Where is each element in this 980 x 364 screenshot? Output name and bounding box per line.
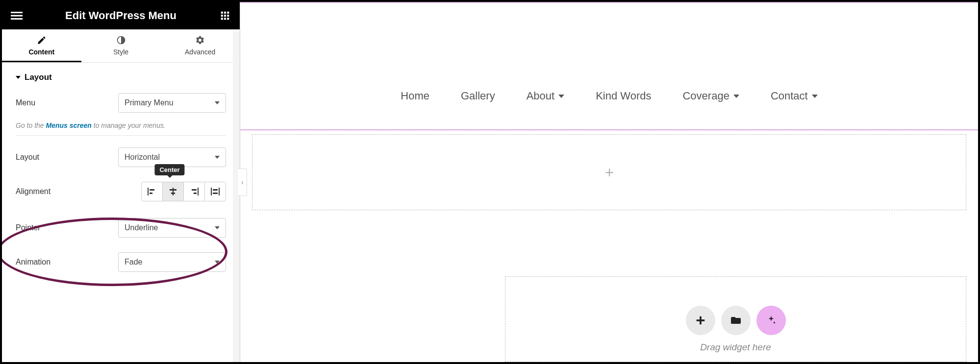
folder-button[interactable]	[721, 306, 751, 335]
chevron-down-icon	[733, 95, 739, 98]
select-value: Underline	[125, 223, 158, 232]
svg-rect-22	[211, 188, 212, 195]
nav-item-kind-words[interactable]: Kind Words	[596, 90, 651, 102]
select-value: Primary Menu	[125, 98, 174, 107]
align-justify-button[interactable]	[204, 182, 226, 201]
align-center-button[interactable]	[162, 182, 184, 201]
chevron-down-icon	[215, 101, 220, 104]
chevron-left-icon: ‹	[241, 178, 244, 186]
chevron-down-icon	[812, 95, 818, 98]
chevron-down-icon	[558, 95, 564, 98]
field-alignment: Alignment	[16, 182, 226, 201]
panel-title: Edit WordPress Menu	[25, 9, 216, 22]
pointer-select[interactable]: Underline	[118, 218, 226, 238]
editor-sidebar: Edit WordPress Menu Content Style Advanc…	[2, 2, 240, 362]
svg-rect-0	[11, 12, 23, 13]
svg-rect-21	[194, 193, 197, 194]
svg-rect-19	[198, 188, 199, 195]
svg-rect-5	[227, 12, 229, 14]
help-text: Go to the Menus screen to manage your me…	[16, 121, 226, 129]
align-center-icon	[169, 188, 177, 195]
plus-icon: ＋	[602, 162, 617, 182]
content-panel: Layout Menu Primary Menu Go to the Menus…	[2, 63, 240, 291]
sparkle-icon	[766, 315, 777, 326]
scrollbar-track[interactable]	[233, 31, 240, 362]
field-label: Pointer	[16, 223, 41, 232]
menus-screen-link[interactable]: Menus screen	[46, 121, 91, 129]
widget-drop-zone[interactable]: Drag widget here	[505, 276, 966, 362]
field-animation: Animation Fade	[16, 252, 226, 272]
svg-rect-24	[213, 189, 218, 191]
preview-canvas: Home Gallery About Kind Words Coverage C…	[240, 2, 978, 362]
tab-label: Content	[28, 48, 54, 56]
drop-hint: Drag widget here	[700, 342, 771, 353]
collapse-sidebar-handle[interactable]: ‹	[238, 169, 247, 196]
align-justify-icon	[211, 188, 220, 195]
field-label: Layout	[16, 153, 39, 162]
pencil-icon	[37, 35, 47, 45]
field-menu: Menu Primary Menu	[16, 93, 226, 113]
menu-select[interactable]: Primary Menu	[118, 93, 226, 113]
field-label: Menu	[16, 98, 35, 107]
svg-rect-27	[696, 319, 704, 321]
editor-topbar: Edit WordPress Menu	[2, 2, 240, 29]
svg-rect-4	[224, 12, 226, 14]
selected-widget[interactable]: Home Gallery About Kind Words Coverage C…	[240, 2, 978, 130]
nav-item-home[interactable]: Home	[401, 90, 429, 102]
chevron-down-icon	[215, 261, 220, 264]
nav-item-coverage[interactable]: Coverage	[682, 90, 739, 102]
svg-rect-23	[219, 188, 220, 195]
select-value: Fade	[125, 258, 142, 267]
gear-icon	[195, 35, 205, 45]
svg-rect-8	[227, 15, 229, 17]
svg-rect-11	[227, 18, 229, 20]
svg-rect-1	[11, 15, 23, 17]
field-pointer: Pointer Underline	[16, 218, 226, 238]
ai-sparkle-button[interactable]	[756, 306, 786, 335]
apps-grid-icon[interactable]	[216, 7, 234, 24]
editor-tabs: Content Style Advanced	[2, 29, 240, 63]
chevron-down-icon	[215, 156, 220, 159]
preview-nav-menu: Home Gallery About Kind Words Coverage C…	[240, 3, 978, 129]
plus-icon	[695, 315, 706, 326]
svg-rect-2	[11, 18, 23, 20]
tab-style[interactable]: Style	[81, 29, 161, 62]
svg-rect-14	[150, 189, 154, 191]
align-left-icon	[148, 188, 156, 195]
nav-item-contact[interactable]: Contact	[771, 90, 818, 102]
tab-advanced[interactable]: Advanced	[160, 29, 240, 62]
tab-label: Advanced	[185, 48, 215, 56]
svg-rect-9	[221, 18, 223, 20]
section-layout-toggle[interactable]: Layout	[16, 73, 226, 82]
svg-rect-6	[221, 15, 223, 17]
align-left-button[interactable]	[141, 182, 163, 201]
svg-rect-17	[170, 189, 176, 191]
select-value: Horizontal	[125, 153, 160, 162]
contrast-icon	[116, 35, 126, 45]
nav-item-gallery[interactable]: Gallery	[461, 90, 495, 102]
alignment-group	[141, 182, 226, 201]
chevron-down-icon	[16, 76, 21, 79]
folder-icon	[730, 315, 742, 326]
nav-item-about[interactable]: About	[527, 90, 565, 102]
svg-rect-25	[213, 193, 218, 194]
tab-content[interactable]: Content	[2, 29, 81, 62]
field-label: Alignment	[16, 187, 50, 196]
hamburger-icon[interactable]	[8, 7, 25, 24]
tab-label: Style	[113, 48, 128, 56]
svg-rect-16	[173, 188, 174, 195]
widget-buttons	[686, 306, 786, 335]
divider	[16, 135, 226, 136]
animation-select[interactable]: Fade	[118, 252, 226, 272]
add-section-zone[interactable]: ＋	[252, 134, 966, 210]
svg-rect-13	[148, 188, 149, 195]
add-widget-button[interactable]	[686, 306, 715, 335]
tooltip-center: Center	[154, 164, 184, 175]
align-right-button[interactable]	[183, 182, 205, 201]
svg-rect-7	[224, 15, 226, 17]
field-label: Animation	[16, 258, 50, 267]
svg-rect-15	[150, 193, 152, 194]
section-title: Layout	[25, 73, 52, 82]
chevron-down-icon	[215, 226, 220, 229]
svg-rect-20	[192, 189, 197, 191]
